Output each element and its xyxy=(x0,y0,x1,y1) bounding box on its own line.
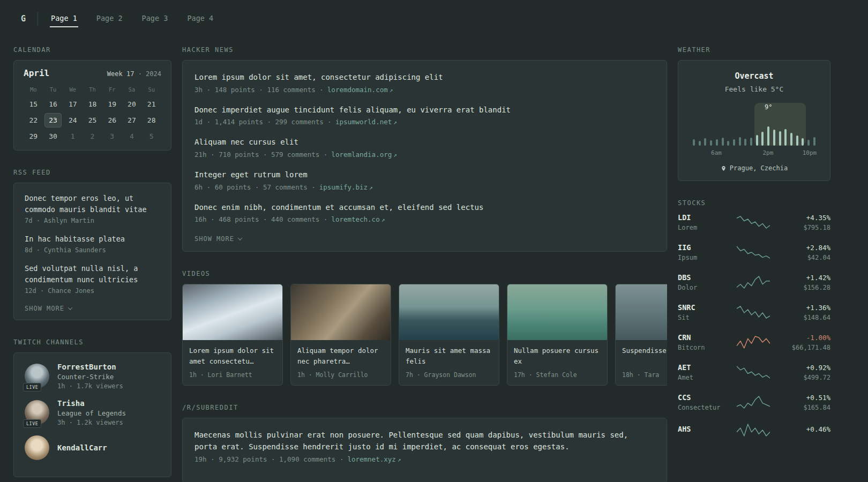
calendar-header: April Week 17 · 2024 xyxy=(24,68,161,78)
stock-row: AHS +0.46% xyxy=(678,423,830,437)
twitch-channel[interactable]: LIVE Trisha League of Legends 3h · 1.2k … xyxy=(25,399,160,426)
stocks-widget: STOCKS LDI Lorem +4.35% $795.18 IIG xyxy=(678,199,830,437)
stock-sparkline xyxy=(725,335,781,349)
post-source-link[interactable]: loremnet.xyz↗ xyxy=(347,455,401,463)
subreddit-card: Maecenas mollis pulvinar erat non posuer… xyxy=(182,418,667,482)
subreddit-widget: /R/SUBREDDIT Maecenas mollis pulvinar er… xyxy=(182,404,667,482)
stock-change: +1.42% xyxy=(781,274,830,282)
weather-bar xyxy=(727,141,729,146)
calendar-date: 22 xyxy=(24,113,43,127)
stock-row: SNRC Sit +1.36% $148.64 xyxy=(678,303,830,321)
weather-bar xyxy=(779,131,781,146)
twitch-widget: TWITCH CHANNELS LIVE ForrestBurton Count… xyxy=(13,338,171,477)
weather-condition: Overcast xyxy=(688,71,820,81)
story-title[interactable]: Lorem ipsum dolor sit amet, consectetur … xyxy=(194,72,655,84)
calendar-year: 2024 xyxy=(146,70,161,78)
tab-page-4[interactable]: Page 4 xyxy=(186,10,214,27)
story-source-link[interactable]: ipsumworld.net↗ xyxy=(335,118,397,126)
video-card[interactable]: Aliquam tempor dolor nec pharetra… 1h · … xyxy=(290,284,391,386)
story-source-link[interactable]: loremtech.co↗ xyxy=(331,215,385,223)
weather-bar xyxy=(739,137,741,146)
twitch-channel[interactable]: LIVE ForrestBurton Counter-Strike 1h · 1… xyxy=(25,363,160,390)
calendar-date: 26 xyxy=(102,113,122,127)
stock-name: Bitcorn xyxy=(678,344,725,351)
rss-show-more-button[interactable]: SHOW MORE xyxy=(25,305,72,312)
video-thumbnail xyxy=(507,284,607,340)
video-meta: 1h · Lori Barnett xyxy=(189,371,276,379)
story-meta: 6h · 60 points · 57 comments ·ipsumify.b… xyxy=(194,183,655,191)
weather-bar xyxy=(704,138,706,146)
calendar-date-next-month: 5 xyxy=(141,129,161,144)
story-source-link[interactable]: ipsumify.biz↗ xyxy=(319,183,373,191)
calendar-dow: Sa xyxy=(122,82,142,95)
channel-meta: 3h · 1.2k viewers xyxy=(57,419,126,426)
stock-row: CCS Consectetur +0.51% $165.84 xyxy=(678,393,830,411)
hackernews-show-more-button[interactable]: SHOW MORE xyxy=(194,235,242,243)
video-card[interactable]: Suspendisse diam 18h · Tara xyxy=(615,284,667,386)
weather-bar xyxy=(722,138,724,146)
stock-price: $156.28 xyxy=(781,284,830,291)
calendar-dow: Su xyxy=(141,82,161,95)
video-card[interactable]: Nullam posuere cursus ex 17h · Stefan Co… xyxy=(507,284,608,386)
story-meta: 16h · 468 points · 440 comments ·loremte… xyxy=(194,215,655,223)
calendar-date: 18 xyxy=(83,97,102,111)
weather-time-label: 2pm xyxy=(762,149,773,156)
rss-item-title[interactable]: Sed volutpat nulla nisl, a condimentum n… xyxy=(25,263,160,285)
weather-bar xyxy=(716,139,718,146)
left-column: CALENDAR April Week 17 · 2024 Mo Tu We T… xyxy=(13,46,171,477)
stock-change: +4.35% xyxy=(781,214,830,222)
stock-sparkline xyxy=(725,245,781,259)
calendar-date: 16 xyxy=(43,97,63,111)
story-title[interactable]: Integer eget rutrum lorem xyxy=(194,169,655,181)
weather-bar xyxy=(773,130,775,146)
post-meta: 19h · 9,932 points · 1,090 comments ·lor… xyxy=(194,455,655,463)
video-card[interactable]: Mauris sit amet massa felis 7h · Grayson… xyxy=(399,284,499,386)
rss-item: Donec tempor eros leo, ut commodo mauris… xyxy=(25,193,160,224)
tab-page-3[interactable]: Page 3 xyxy=(141,10,169,27)
calendar-date: 15 xyxy=(24,97,43,111)
stock-price: $66,171.48 xyxy=(781,344,830,351)
videos-widget: VIDEOS Lorem ipsum dolor sit amet consec… xyxy=(182,270,667,386)
story-title[interactable]: Donec imperdiet augue tincidunt felis al… xyxy=(194,104,655,116)
channel-game: League of Legends xyxy=(57,409,126,417)
hackernews-widget-title: HACKER NEWS xyxy=(182,46,667,54)
video-meta: 17h · Stefan Cole xyxy=(514,371,601,379)
stock-row: IIG Ipsum +2.84% $42.04 xyxy=(678,243,830,261)
story-title[interactable]: Donec enim nibh, condimentum et accumsan… xyxy=(194,202,655,214)
video-meta: 18h · Tara xyxy=(622,371,667,379)
calendar-date: 20 xyxy=(122,97,142,111)
video-card[interactable]: Lorem ipsum dolor sit amet consectetu… 1… xyxy=(182,284,283,386)
stock-symbol: LDI xyxy=(678,213,725,222)
stock-symbol: AHS xyxy=(678,425,725,433)
weather-bar xyxy=(710,140,712,146)
calendar-grid: Mo Tu We Th Fr Sa Su 15 16 17 18 19 20 2… xyxy=(24,82,161,144)
dashboard-grid: CALENDAR April Week 17 · 2024 Mo Tu We T… xyxy=(0,37,868,482)
calendar-date-next-month: 3 xyxy=(102,129,122,144)
story-source-link[interactable]: loremdomain.com↗ xyxy=(327,86,393,94)
weather-location: Prague, Czechia xyxy=(688,164,820,172)
twitch-channel[interactable]: KendallCarr xyxy=(25,435,160,460)
weather-bar xyxy=(813,137,815,146)
rss-item-title[interactable]: Donec tempor eros leo, ut commodo mauris… xyxy=(25,193,160,215)
post-title[interactable]: Maecenas mollis pulvinar erat non posuer… xyxy=(194,430,655,453)
calendar-dow: Tu xyxy=(43,82,63,95)
stock-price: $165.84 xyxy=(781,404,830,411)
tab-page-1[interactable]: Page 1 xyxy=(50,10,78,27)
video-meta: 1h · Molly Carrillo xyxy=(297,371,384,379)
videos-widget-title: VIDEOS xyxy=(182,270,667,277)
rss-item-title[interactable]: In hac habitasse platea xyxy=(25,234,160,245)
stock-sparkline xyxy=(725,305,781,319)
tab-page-2[interactable]: Page 2 xyxy=(95,10,124,27)
weather-bar xyxy=(796,135,798,146)
calendar-week-label: Week 17 xyxy=(107,70,134,78)
story-title[interactable]: Aliquam nec cursus elit xyxy=(194,137,655,148)
stocks-list: LDI Lorem +4.35% $795.18 IIG Ipsum xyxy=(678,213,830,437)
weather-time-labels: 6am 2pm 10pm xyxy=(691,149,817,157)
weather-time-label: 6am xyxy=(711,149,722,156)
story-source-link[interactable]: loremlandia.org↗ xyxy=(331,150,397,159)
weather-time-label: 10pm xyxy=(803,149,817,156)
stock-row: DBS Dolor +1.42% $156.28 xyxy=(678,273,830,291)
stock-symbol: AET xyxy=(678,363,725,372)
calendar-date: 30 xyxy=(43,129,63,144)
calendar-card: April Week 17 · 2024 Mo Tu We Th Fr Sa S… xyxy=(13,60,171,150)
